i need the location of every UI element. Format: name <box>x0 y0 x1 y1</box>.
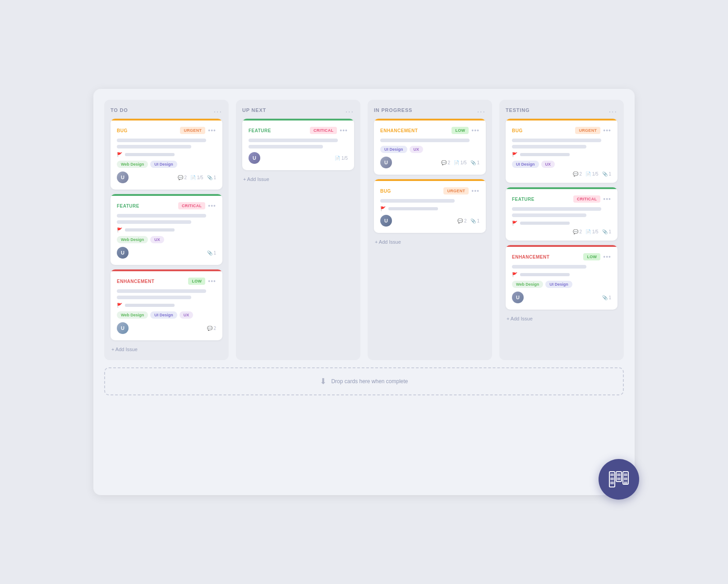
card-upnext-1: FEATURE CRITICAL ••• U 📄 1/5 <box>242 119 354 170</box>
card-inprogress-2: BUG URGENT ••• 🚩 U 💬 2 <box>374 179 486 233</box>
column-upnext-menu[interactable]: ... <box>346 106 354 114</box>
card-type: ENHANCEMENT <box>117 279 154 284</box>
card-footer: 💬 2 📄 1/5 📎 1 <box>512 229 611 234</box>
svg-rect-9 <box>624 477 627 480</box>
flag-icon: 🚩 <box>512 152 517 157</box>
avatar: U <box>117 247 129 259</box>
flag-text <box>125 228 175 232</box>
drop-zone-text: Drop cards here when complete <box>331 378 408 385</box>
card-bar <box>111 269 222 271</box>
avatar-img: U <box>117 322 129 334</box>
meta-icons: 📎 1 <box>207 250 216 255</box>
card-type: BUG <box>380 189 391 194</box>
card-type: ENHANCEMENT <box>380 128 418 133</box>
avatar-img: U <box>249 152 260 164</box>
card-menu[interactable]: ••• <box>603 253 611 260</box>
avatar-img: U <box>117 171 129 183</box>
card-badge: CRITICAL <box>573 195 600 203</box>
drop-zone: ⬇ Drop cards here when complete <box>104 367 624 395</box>
column-todo-menu[interactable]: ... <box>214 106 222 114</box>
meta-attach: 📎 1 <box>207 250 216 255</box>
flag-icon: 🚩 <box>117 303 122 308</box>
card-menu[interactable]: ••• <box>208 278 216 285</box>
meta-icons: 💬 2 <box>207 326 216 331</box>
card-type: BUG <box>117 128 128 133</box>
flag-icon: 🚩 <box>380 206 386 211</box>
add-issue-todo[interactable]: + Add Issue <box>111 345 222 354</box>
card-footer: U 📄 1/5 <box>249 152 348 164</box>
tag-webdesign: Web Design <box>117 311 148 319</box>
card-testing-2: FEATURE CRITICAL ••• 🚩 💬 2 📄 1 <box>506 187 617 241</box>
card-text-line-2 <box>117 220 191 224</box>
avatar-img: U <box>380 157 392 168</box>
kanban-board: TO DO ... BUG URGENT ••• 🚩 <box>93 89 635 495</box>
card-menu[interactable]: ••• <box>471 127 479 134</box>
flag-text <box>388 207 438 210</box>
card-text-line-1 <box>512 207 601 211</box>
card-menu[interactable]: ••• <box>208 127 216 134</box>
card-text-line-1 <box>117 214 206 218</box>
card-bar <box>374 119 486 121</box>
card-menu[interactable]: ••• <box>208 202 216 209</box>
column-inprogress-menu[interactable]: ... <box>477 106 486 114</box>
flag-text <box>520 222 570 225</box>
card-text-line-2 <box>512 145 586 148</box>
card-testing-1: BUG URGENT ••• 🚩 UI Design UX <box>506 119 617 183</box>
kanban-fab[interactable] <box>599 459 639 500</box>
flag-text <box>125 153 175 156</box>
card-header-right: URGENT ••• <box>443 187 479 195</box>
card-text-line-2 <box>249 145 323 148</box>
svg-rect-4 <box>610 477 614 480</box>
card-menu[interactable]: ••• <box>603 127 611 134</box>
card-header-right: CRITICAL ••• <box>178 202 216 209</box>
meta-files: 📄 1/5 <box>585 171 599 176</box>
meta-files: 📄 1/5 <box>585 229 599 234</box>
meta-comments: 💬 2 <box>573 171 582 176</box>
card-todo-1: BUG URGENT ••• 🚩 Web Design UI Design <box>111 119 222 190</box>
meta-icons: 💬 2 📄 1/5 📎 1 <box>178 175 216 180</box>
column-inprogress-header: IN PROGRESS ... <box>374 106 486 114</box>
meta-icons: 💬 2 📄 1/5 📎 1 <box>573 171 611 176</box>
meta-attach: 📎 1 <box>470 218 479 223</box>
card-text-line-1 <box>380 199 455 203</box>
card-header-right: URGENT ••• <box>575 127 611 134</box>
card-header: FEATURE CRITICAL ••• <box>249 127 348 134</box>
card-header-right: LOW ••• <box>452 127 479 134</box>
tag-uidesign: UI Design <box>150 161 177 168</box>
avatar: U <box>117 322 129 334</box>
card-todo-3: ENHANCEMENT LOW ••• 🚩 Web Design UI Desi… <box>111 269 222 340</box>
card-type: FEATURE <box>249 128 271 133</box>
card-header: BUG URGENT ••• <box>117 127 216 134</box>
drop-icon: ⬇ <box>320 376 327 386</box>
card-text-line-1 <box>249 139 338 142</box>
svg-rect-7 <box>617 477 621 480</box>
tags-row: UI Design UX <box>512 161 611 168</box>
card-header: BUG URGENT ••• <box>380 187 479 195</box>
card-badge: URGENT <box>575 127 600 134</box>
add-issue-upnext[interactable]: + Add Issue <box>242 175 354 184</box>
meta-attach: 📎 1 <box>602 295 611 300</box>
card-header-right: CRITICAL ••• <box>310 127 348 134</box>
avatar-img: U <box>380 215 392 227</box>
meta-icons: 📎 1 <box>602 295 611 300</box>
card-bar <box>506 245 617 247</box>
card-type: FEATURE <box>117 204 139 209</box>
card-text-line-2 <box>117 296 191 299</box>
card-menu[interactable]: ••• <box>340 127 348 134</box>
card-menu[interactable]: ••• <box>471 187 479 195</box>
tag-webdesign: Web Design <box>117 236 148 243</box>
meta-comments: 💬 2 <box>457 218 466 223</box>
flag-icon: 🚩 <box>117 152 122 157</box>
card-badge: LOW <box>452 127 469 134</box>
meta-attach: 📎 1 <box>602 171 611 176</box>
column-todo-title: TO DO <box>111 107 128 113</box>
card-testing-3: ENHANCEMENT LOW ••• 🚩 Web Design UI Desi… <box>506 245 617 310</box>
tags-row: UI Design UX <box>380 146 479 153</box>
column-testing-menu[interactable]: ... <box>609 106 617 114</box>
card-header: BUG URGENT ••• <box>512 127 611 134</box>
meta-comments: 💬 2 <box>441 160 450 165</box>
add-issue-testing[interactable]: + Add Issue <box>506 314 617 323</box>
card-menu[interactable]: ••• <box>603 195 611 203</box>
add-issue-inprogress[interactable]: + Add Issue <box>374 237 486 246</box>
tag-ux: UX <box>180 311 194 319</box>
